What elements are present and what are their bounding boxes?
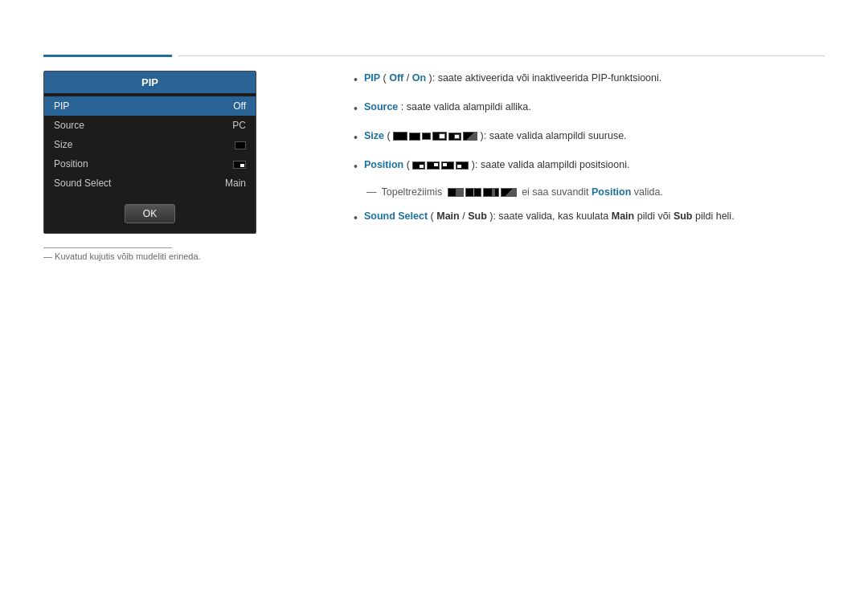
double-icon-4 <box>501 188 517 197</box>
double-mode-icons <box>448 188 517 197</box>
position-note-bold: Position <box>592 186 631 198</box>
pip-text-3: ): saate aktiveerida või inaktiveerida P… <box>429 72 662 84</box>
size-icon-1 <box>393 132 407 141</box>
position-text: ): saate valida alampildi positsiooni. <box>472 159 630 170</box>
pip-menu-box: PIP PIP Off Source PC Size Position Sou <box>43 71 256 234</box>
source-label: Source <box>364 101 398 112</box>
pip-row-pip-label: PIP <box>54 100 69 112</box>
pip-row-source-value: PC <box>232 120 246 131</box>
bullet-list: • PIP ( Off / On ): saate aktiveerida võ… <box>354 71 825 175</box>
size-text-0: ( <box>387 130 390 141</box>
position-note: ― Topeltrežiimis ei saa suvandit Positio… <box>354 186 825 198</box>
size-label: Size <box>364 130 384 141</box>
bullet-text-sound-select: Sound Select ( Main / Sub ): saate valid… <box>364 209 825 224</box>
bullet-dot-1: • <box>354 72 358 88</box>
pos-icon-tr <box>427 161 440 170</box>
pos-icon-bl <box>456 161 469 170</box>
pip-row-pip-value: Off <box>233 100 246 112</box>
footnote-text: ― Kuvatud kujutis võib mudeliti erineda. <box>43 251 201 261</box>
bullet-source: • Source : saate valida alampildi allika… <box>354 100 825 117</box>
bullet-list-2: • Sound Select ( Main / Sub ): saate val… <box>354 209 825 227</box>
sound-select-text-3: ): saate valida, kas kuulata <box>489 210 611 222</box>
pos-icon-tl <box>441 161 454 170</box>
pip-text-2: / <box>407 72 412 84</box>
size-icon-4 <box>432 132 447 141</box>
footnote: ― Kuvatud kujutis võib mudeliti erineda. <box>43 247 201 261</box>
pip-row-source[interactable]: Source PC <box>44 116 256 135</box>
pip-row-position-icon <box>233 158 246 170</box>
bullet-dot-3: • <box>354 129 358 146</box>
sub-label-2: Sub <box>674 210 693 222</box>
pip-row-pip[interactable]: PIP Off <box>44 96 256 116</box>
bullet-text-position: Position ( ): saate valida alampildi pos… <box>364 157 825 173</box>
bullet-text-pip: PIP ( Off / On ): saate aktiveerida või … <box>364 71 825 86</box>
pip-row-sound-select[interactable]: Sound Select Main <box>44 174 256 193</box>
size-icon-diag <box>463 132 477 141</box>
pip-row-size[interactable]: Size <box>44 135 256 154</box>
pip-menu: PIP Off Source PC Size Position Sound Se… <box>44 93 256 196</box>
sub-label: Sub <box>468 210 487 222</box>
size-small-icon <box>235 141 246 149</box>
sound-select-text-1: ( <box>431 210 434 222</box>
size-icon-3 <box>422 133 431 140</box>
pip-text-1: ( <box>383 72 387 84</box>
bullet-text-source: Source : saate valida alampildi allika. <box>364 100 825 115</box>
pip-ok-button[interactable]: OK <box>125 204 175 223</box>
bullet-dot-2: • <box>354 100 358 117</box>
bullet-size: • Size ( ): saate valida alampildi suuru… <box>354 129 825 146</box>
pip-row-position-label: Position <box>54 158 88 170</box>
main-label: Main <box>436 210 459 222</box>
dash-prefix: ― <box>366 186 377 198</box>
position-icons-inline <box>412 161 469 170</box>
pos-icon-br <box>412 161 425 170</box>
pip-ok-area: OK <box>44 196 256 233</box>
position-text-0: ( <box>407 159 410 170</box>
size-text: ): saate valida alampildi suuruse. <box>481 130 627 141</box>
pip-label: PIP <box>364 72 380 84</box>
bullet-sound-select: • Sound Select ( Main / Sub ): saate val… <box>354 209 825 227</box>
sound-select-text-5: pildi heli. <box>695 210 735 222</box>
right-content: • PIP ( Off / On ): saate aktiveerida võ… <box>354 71 825 238</box>
bullet-dot-4: • <box>354 158 358 175</box>
source-text: : saate valida alampildi allika. <box>401 101 531 112</box>
double-icon-3 <box>483 188 499 197</box>
sound-select-label: Sound Select <box>364 210 428 222</box>
pip-row-size-label: Size <box>54 139 72 150</box>
double-icon-2 <box>465 188 481 197</box>
size-icon-2 <box>409 133 420 141</box>
bullet-position: • Position ( ): saate valida alampildi p… <box>354 157 825 175</box>
size-icon-5 <box>448 133 461 141</box>
bullet-text-size: Size ( ): saate valida alampildi suuruse… <box>364 129 825 144</box>
top-lines <box>43 55 825 57</box>
pip-on-label: On <box>412 72 426 84</box>
top-line-blue <box>43 55 172 57</box>
footnote-divider <box>43 247 172 248</box>
main-label-2: Main <box>612 210 634 222</box>
bullet-dot-5: • <box>354 210 358 227</box>
pip-row-size-icon <box>235 139 246 150</box>
sound-select-text-4: pildi või <box>637 210 674 222</box>
position-label: Position <box>364 159 403 170</box>
pip-off-label: Off <box>389 72 403 84</box>
size-icons-inline <box>393 132 477 141</box>
position-note-text: Topeltrežiimis ei saa suvandit Position … <box>382 186 663 198</box>
pip-title: PIP <box>44 72 256 93</box>
top-line-gray <box>178 55 825 56</box>
pip-row-sound-select-value: Main <box>225 178 246 189</box>
pip-row-source-label: Source <box>54 120 84 131</box>
double-icon-1 <box>448 188 464 197</box>
position-br-icon <box>233 161 246 169</box>
pip-row-sound-select-label: Sound Select <box>54 178 111 189</box>
pip-row-position[interactable]: Position <box>44 154 256 174</box>
bullet-pip: • PIP ( Off / On ): saate aktiveerida võ… <box>354 71 825 88</box>
